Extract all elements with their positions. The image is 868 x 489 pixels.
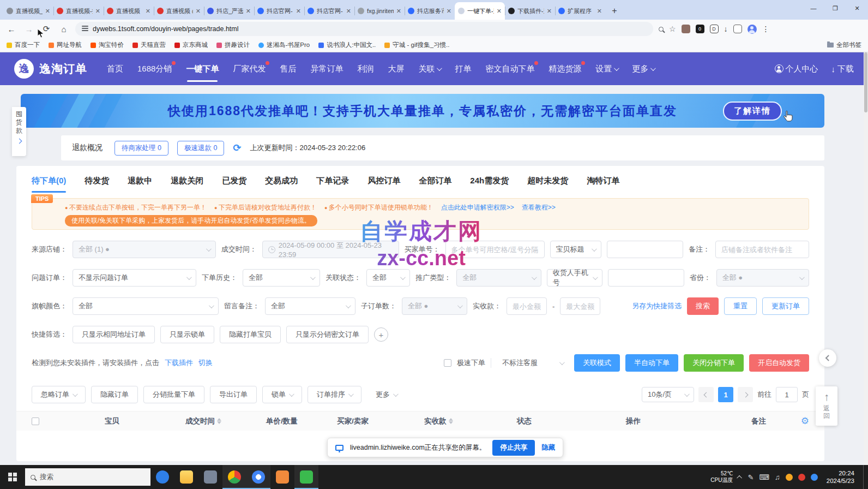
bookmark-item[interactable]: 迷湘岛-书屋Pro [258,41,310,49]
browser-tab[interactable]: 直播视频-抖✕ [53,2,104,20]
decrypt-permission-link[interactable]: 点击此处申请解密权限>> [441,203,514,212]
current-page[interactable]: 1 [718,387,733,402]
bookmark-item[interactable]: 京东商城 [174,41,208,49]
service-mark-select[interactable]: 不标注客服 [497,354,569,372]
nav-1688-fenxiao[interactable]: 1688分销 [137,64,172,74]
taskbar-app-chrome[interactable] [222,465,246,489]
taskbar-app-wechat[interactable] [294,465,318,489]
nav-relation[interactable]: 关联 [418,64,441,74]
tab-taote-orders[interactable]: 淘特订单 [587,176,619,186]
tab-completed[interactable]: 交易成功 [265,176,298,186]
keyboard-icon[interactable]: ⌨ [759,473,769,481]
col-deal-time[interactable]: 成交时间 [185,416,266,426]
app-logo[interactable]: 逸 逸淘订单 [14,59,87,79]
tab-close-icon[interactable]: ✕ [396,8,401,15]
tab-all-orders[interactable]: 全部订单 [419,176,451,186]
tab-close-icon[interactable]: ✕ [45,8,50,15]
col-actions[interactable]: 操作 [626,416,751,426]
tab-refunding[interactable]: 退款中 [128,176,152,186]
restore-button[interactable]: ❐ [824,0,846,16]
side-panel-icon[interactable] [733,25,742,33]
tampermonkey-icon[interactable] [682,25,690,33]
column-settings-gear-icon[interactable]: ⚙ [801,415,809,427]
taskbar-app-chrome-2[interactable] [246,465,270,489]
item-title-select[interactable]: 宝贝标题 [550,241,601,258]
back-to-top-button[interactable]: ↑ 返回 [816,386,837,426]
menu-icon[interactable]: ⋮ [762,25,770,33]
nav-settings[interactable]: 设置 [595,64,618,74]
hide-orders-button[interactable]: 隐藏订单 [91,386,138,403]
pen-icon[interactable]: ✎ [748,473,754,481]
scrollbar[interactable] [864,52,868,465]
save-quick-filter-link[interactable]: 另存为快捷筛选 [632,301,682,311]
download-plugin-link[interactable]: 下载插件 [165,358,193,368]
bookmarks-folder[interactable]: 全部书签 [827,41,861,49]
browser-tab[interactable]: 下载插件-逸✕ [505,2,555,20]
extension-icon[interactable]: D [710,25,719,33]
taskbar-search[interactable]: 搜索 [25,468,150,486]
col-paid[interactable]: 实收款 [424,416,517,426]
col-item[interactable]: 宝贝 [105,416,185,426]
bookmark-star-icon[interactable]: ☆ [669,25,676,33]
tab-overdue-ship[interactable]: 超时未发货 [527,176,568,186]
col-price-qty[interactable]: 单价/数量 [266,416,337,426]
col-status[interactable]: 状态 [517,416,626,426]
switch-link[interactable]: 切换 [198,358,213,368]
sort-icon[interactable] [217,418,221,424]
user-center[interactable]: 个人中心 [775,64,818,74]
scrollbar-thumb[interactable] [864,52,867,112]
site-info-icon[interactable] [82,26,88,32]
tab-24h-ship[interactable]: 24h需发货 [470,176,509,186]
note-input[interactable] [715,241,809,258]
quick-hide-printed[interactable]: 隐藏打单宝贝 [220,326,281,343]
stock-fund-drawer[interactable]: 囤货款 [12,107,26,156]
tab-close-icon[interactable]: ✕ [296,8,301,15]
taskbar-clock[interactable]: 20:24 2024/5/23 [823,469,858,485]
start-button[interactable] [0,465,25,489]
promo-type-select[interactable]: 全部 [456,269,541,287]
tray-expand-icon[interactable] [737,475,743,480]
minimize-button[interactable]: — [803,0,824,16]
tab-close-icon[interactable]: ✕ [346,8,351,15]
reset-button[interactable]: 重置 [724,297,757,315]
browser-tab[interactable]: 直播视频 ◉✕ [154,2,204,20]
bookmark-item[interactable]: 拼趣设计 [216,41,250,49]
zoom-icon[interactable] [659,27,664,32]
collapse-panel-button[interactable] [819,349,836,367]
order-sort-button[interactable]: 订单排序 [308,386,361,403]
tab-refund-closed[interactable]: 退款关闭 [171,176,203,186]
browser-tab[interactable]: 抖店服务市✕ [405,2,455,20]
tab-close-icon[interactable]: ✕ [146,8,150,15]
export-orders-button[interactable]: 导出订单 [210,386,257,403]
add-quick-filter-button[interactable]: + [374,327,388,342]
max-amount-input[interactable] [560,297,600,315]
show-desktop-button[interactable] [863,465,866,489]
nav-one-key-order[interactable]: 一键下单 [186,64,219,74]
banner-cta-button[interactable]: 了解详情 [723,102,782,121]
tab-to-ship[interactable]: 待发货 [85,176,109,186]
fast-refund-button[interactable]: 极速退款 0 [177,141,224,156]
promo-banner[interactable]: 快使用1688代发推单吧！支持手机大单量推单，专属私密价，无需解密平台面单直发 … [21,94,824,128]
next-page-button[interactable] [738,387,753,402]
deal-time-range[interactable]: 2024-05-09 00:00 至 2024-05-23 23:59 [262,241,399,258]
select-all-checkbox[interactable] [32,418,39,425]
sub-order-select[interactable]: 全部 ● [402,297,467,315]
prev-page-button[interactable] [698,387,714,402]
refresh-icon[interactable]: ⟳ [233,142,241,154]
back-button[interactable]: ← [5,23,17,35]
downloads-icon[interactable]: ↓ [724,25,728,33]
hide-share-bar-button[interactable]: 隐藏 [541,443,555,452]
pending-merchant-button[interactable]: 待商家处理 0 [114,141,168,156]
taskbar-app-files[interactable] [270,465,294,489]
stop-sharing-button[interactable]: 停止共享 [492,440,535,456]
fast-order-checkbox[interactable] [444,359,451,367]
bookmark-item[interactable]: 守城 - gif搜集_习惯.. [384,41,449,49]
flag-color-select[interactable]: 全部 [73,297,219,315]
fenxiao-batch-order-button[interactable]: 分销批量下单 [143,386,204,403]
nav-home[interactable]: 首页 [107,64,123,74]
taskbar-app-store[interactable] [198,465,222,489]
nav-big-screen[interactable]: 大屏 [388,64,404,74]
item-title-input[interactable] [607,241,683,258]
more-actions-button[interactable]: 更多 [367,386,406,403]
receiver-phone-select[interactable]: 收货人手机号 [547,269,602,287]
